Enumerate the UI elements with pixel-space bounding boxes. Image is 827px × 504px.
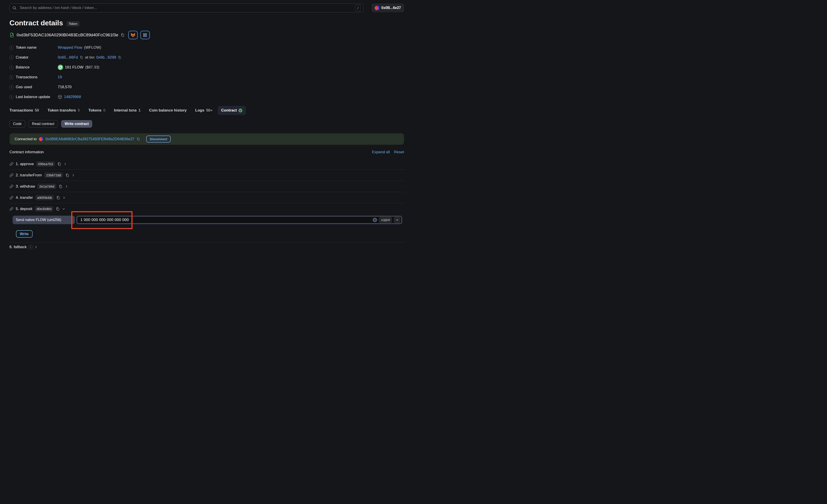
- verified-check-icon: [239, 109, 242, 112]
- copy-selector-icon[interactable]: [56, 196, 60, 200]
- expand-all-link[interactable]: Expand all: [372, 150, 390, 154]
- info-row-transactions: i Transactions 19: [9, 72, 404, 82]
- subtab-code[interactable]: Code: [9, 120, 25, 128]
- clear-input-icon[interactable]: [373, 218, 377, 222]
- reset-link[interactable]: Reset: [394, 150, 404, 154]
- subtab-read-contract[interactable]: Read contract: [28, 120, 58, 128]
- deposit-field-label: Send native FLOW (uint256): [12, 216, 75, 224]
- creator-connector-text: at txn: [85, 55, 95, 60]
- info-tooltip-icon[interactable]: i: [10, 85, 13, 89]
- info-tooltip-icon[interactable]: i: [10, 65, 13, 69]
- chevron-right-icon[interactable]: [65, 185, 68, 188]
- contract-address-row: 0xd3bF53DAC106A0290B0483EcBC89d40FcC961f…: [9, 31, 150, 39]
- copy-connected-address-icon[interactable]: [137, 137, 140, 141]
- connected-avatar: [39, 137, 43, 141]
- wallet-avatar: [375, 6, 379, 10]
- add-to-metamask-button[interactable]: [128, 31, 138, 39]
- top-bar: / 0x0B...6e27: [9, 3, 404, 12]
- disconnect-button[interactable]: Disconnect: [146, 135, 171, 143]
- info-tooltip-icon[interactable]: i: [10, 55, 13, 60]
- link-icon: [9, 162, 13, 166]
- creator-address-link[interactable]: 0x65...66Fd: [58, 55, 78, 60]
- chevron-right-icon[interactable]: [63, 162, 67, 166]
- verified-contract-icon: [9, 33, 14, 38]
- method-name: 1. approve: [16, 162, 34, 166]
- method-selector: 2e1a7d4d: [37, 183, 56, 189]
- multiplier-dropdown-button[interactable]: [394, 217, 400, 223]
- info-row-token-name: i Token name Wrapped Flow (WFLOW): [9, 43, 404, 53]
- tab-logs[interactable]: Logs50+: [192, 106, 216, 115]
- copy-creator-icon[interactable]: [80, 56, 83, 59]
- info-tooltip-icon[interactable]: i: [10, 75, 13, 79]
- tab-transactions[interactable]: Transactions50: [6, 106, 43, 115]
- search-bar[interactable]: /: [9, 4, 363, 12]
- multiplier-button[interactable]: ×1018: [379, 217, 392, 223]
- deposit-value-input[interactable]: [80, 217, 371, 222]
- token-name-label: Token name: [16, 45, 58, 50]
- search-icon: [12, 6, 17, 10]
- wallet-address-short: 0x0B...6e27: [381, 6, 401, 10]
- method-row-deposit[interactable]: 5. deposit d0e30db0: [9, 203, 404, 214]
- copy-txn-icon[interactable]: [118, 56, 121, 59]
- tab-token-transfers[interactable]: Token transfers0: [44, 106, 84, 115]
- gas-used-label: Gas used: [16, 85, 58, 89]
- subtab-write-contract[interactable]: Write contract: [61, 120, 92, 128]
- balance-label: Balance: [16, 65, 58, 69]
- method-name: 4. transfer: [16, 195, 33, 200]
- method-row-withdraw[interactable]: 3. withdraw 2e1a7d4d: [9, 181, 404, 192]
- transactions-label: Transactions: [16, 75, 58, 79]
- method-selector: 23b872dd: [44, 172, 63, 178]
- creator-label: Creator: [16, 55, 58, 60]
- chevron-down-icon[interactable]: [62, 207, 65, 211]
- contract-type-badge: Token: [66, 21, 80, 26]
- method-row-transfer[interactable]: 4. transfer a9059cbb: [9, 192, 404, 203]
- method-row-transferfrom[interactable]: 2. transferFrom 23b872dd: [9, 170, 404, 181]
- link-icon: [9, 207, 13, 211]
- info-tooltip-icon[interactable]: i: [10, 46, 13, 50]
- wallet-account-button[interactable]: 0x0B...6e27: [372, 3, 404, 12]
- method-selector: d0e30db0: [35, 206, 54, 212]
- copy-selector-icon[interactable]: [57, 162, 61, 166]
- connected-prefix: Connected to: [14, 137, 37, 141]
- tab-tokens[interactable]: Tokens0: [85, 106, 109, 115]
- write-button[interactable]: Write: [16, 230, 33, 238]
- copy-selector-icon[interactable]: [59, 184, 63, 188]
- link-icon: [9, 184, 13, 188]
- info-tooltip-icon[interactable]: i: [29, 245, 32, 249]
- gas-used-value: 716,570: [58, 85, 71, 89]
- info-tooltip-icon[interactable]: i: [10, 95, 13, 99]
- chevron-right-icon[interactable]: [62, 196, 65, 199]
- last-update-block-link[interactable]: 14829968: [64, 95, 81, 99]
- copy-selector-icon[interactable]: [65, 173, 69, 177]
- connected-address-link[interactable]: 0x0B8EA6d6983cCBa39275493FEf648a2D64B36e…: [45, 137, 134, 141]
- slash-shortcut-hint: /: [355, 5, 361, 11]
- deposit-form-row: Send native FLOW (uint256) ×1018: [12, 216, 404, 224]
- contract-address: 0xd3bF53DAC106A0290B0483EcBC89d40FcC961f…: [17, 33, 118, 38]
- search-input[interactable]: [19, 5, 352, 10]
- page-header: Contract details Token: [9, 19, 80, 27]
- method-row-fallback[interactable]: 6. fallback i: [9, 242, 404, 252]
- last-update-label: Last balance update: [16, 95, 58, 99]
- creation-txn-link[interactable]: 0x6b...6299: [96, 55, 116, 60]
- copy-selector-icon[interactable]: [56, 207, 60, 211]
- method-selector: a9059cbb: [35, 195, 54, 201]
- tab-contract[interactable]: Contract: [217, 106, 246, 115]
- method-selector: 095ea7b3: [36, 161, 55, 167]
- transactions-count-link[interactable]: 19: [58, 75, 62, 79]
- chevron-right-icon[interactable]: [34, 245, 38, 248]
- contract-info-grid: i Token name Wrapped Flow (WFLOW) i Crea…: [9, 43, 404, 102]
- balance-amount: 161 FLOW: [65, 65, 83, 69]
- token-symbol: (WFLOW): [84, 45, 101, 50]
- token-name-link[interactable]: Wrapped Flow: [58, 45, 82, 50]
- qr-code-button[interactable]: [140, 31, 150, 39]
- info-row-balance: i Balance 161 FLOW ($87.33): [9, 62, 404, 72]
- tab-coin-balance-history[interactable]: Coin balance history: [146, 106, 190, 115]
- block-icon: [58, 95, 62, 99]
- method-name: 2. transferFrom: [16, 173, 42, 177]
- method-name: 3. withdraw: [16, 184, 35, 189]
- method-row-approve[interactable]: 1. approve 095ea7b3: [9, 158, 404, 169]
- chevron-right-icon[interactable]: [71, 174, 75, 177]
- tab-internal-txns[interactable]: Internal txns1: [110, 106, 144, 115]
- contract-information-title: Contract information: [9, 150, 44, 154]
- copy-address-icon[interactable]: [120, 33, 125, 37]
